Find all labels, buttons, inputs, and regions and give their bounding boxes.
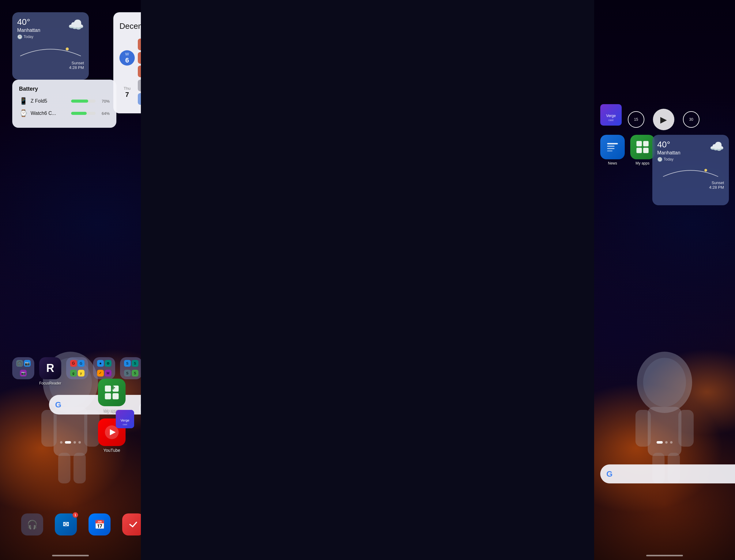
svg-point-7 bbox=[66, 47, 69, 51]
svg-rect-32 bbox=[636, 141, 642, 146]
svg-rect-22 bbox=[678, 410, 694, 447]
mini-icon-earbuds: 🎧 bbox=[16, 360, 23, 367]
weather-temp-right: 40° bbox=[657, 140, 680, 149]
news-label: News bbox=[608, 161, 617, 165]
calendar-day-row-thu7: Thu 7 bbox=[119, 80, 141, 105]
weather-city-right: Manhattan bbox=[657, 150, 680, 156]
weather-arc-right bbox=[657, 164, 724, 178]
cal-event-bar-1 bbox=[138, 39, 141, 50]
calendar-events-thu7 bbox=[138, 80, 141, 105]
battery-pct-fold5: 70% bbox=[99, 99, 110, 104]
bottom-bar-right bbox=[646, 555, 683, 556]
dock-todoist-icon bbox=[122, 513, 141, 535]
weather-cloud-icon-left: ☁️ bbox=[68, 17, 84, 32]
svg-text:cast: cast bbox=[608, 119, 614, 122]
cal-event-bar-thu-1 bbox=[138, 80, 141, 91]
svg-rect-4 bbox=[84, 410, 100, 447]
google-g-right: G bbox=[606, 469, 612, 479]
dot-right-2 bbox=[665, 441, 668, 444]
my-apps-icon-left[interactable]: My apps bbox=[98, 379, 126, 413]
mini-sam-1: S bbox=[124, 360, 131, 367]
weather-today-left: 🕐 Today bbox=[17, 34, 40, 39]
mini-icon-ig: 📷 bbox=[20, 370, 27, 376]
my-apps-icon-img bbox=[98, 379, 126, 406]
dock-calendar-icon: 📅 bbox=[89, 513, 111, 535]
app-icon-news-right[interactable]: News bbox=[600, 135, 625, 165]
focusreader-label: FocusReader bbox=[39, 381, 61, 385]
svg-text:Verge: Verge bbox=[121, 418, 130, 422]
svg-rect-11 bbox=[105, 386, 111, 392]
myapps-icon-right bbox=[630, 135, 655, 159]
svg-rect-20 bbox=[648, 407, 681, 456]
mini-icon-insta: 📷 bbox=[24, 360, 31, 367]
battery-watch-icon: ⌚ bbox=[19, 109, 28, 117]
skip-back-button-right[interactable]: 15 bbox=[628, 111, 644, 128]
outlook-badge: 1 bbox=[73, 512, 78, 518]
weather-cloud-right: ☁️ bbox=[710, 140, 724, 153]
dot-1 bbox=[60, 441, 63, 444]
folder-social[interactable]: G G g y bbox=[66, 357, 88, 379]
folder-samsung[interactable]: S S S S bbox=[120, 357, 141, 379]
svg-rect-13 bbox=[105, 393, 111, 399]
news-icon bbox=[600, 135, 625, 159]
battery-bar-fold5 bbox=[71, 100, 96, 103]
mini-sam-4: S bbox=[132, 370, 138, 376]
play-button-right[interactable]: ▶ bbox=[653, 109, 674, 130]
folder-earbuds[interactable]: 🎧 📷 📷 bbox=[12, 357, 34, 379]
weather-today-right: 🕐 Today bbox=[657, 157, 680, 162]
dock-todoist[interactable] bbox=[122, 513, 141, 535]
battery-fill-fold5 bbox=[71, 100, 88, 103]
dot-4 bbox=[78, 441, 81, 444]
svg-rect-21 bbox=[635, 410, 651, 447]
dot-right-1-active bbox=[657, 441, 663, 444]
podcast-thumbnail-left[interactable]: Verge cast bbox=[116, 410, 134, 428]
svg-point-36 bbox=[704, 169, 707, 172]
calendar-month: December bbox=[119, 21, 141, 31]
app-icon-focusreader[interactable]: R FocusReader bbox=[39, 357, 61, 385]
battery-device-name-fold5: Z Fold5 bbox=[31, 98, 68, 104]
mini-icon-goog: g bbox=[70, 370, 77, 376]
mini-prod-2: ⚙ bbox=[105, 360, 112, 367]
dock-outlook[interactable]: ✉ 1 bbox=[55, 513, 77, 535]
battery-title: Battery bbox=[19, 86, 110, 92]
calendar-widget: December + W 6 Thu 7 bbox=[113, 12, 141, 113]
battery-item-watch: ⌚ Watch6 C... 64% bbox=[19, 109, 110, 117]
calendar-day-circle-w6: W 6 bbox=[119, 50, 135, 66]
bottom-bar-left bbox=[52, 555, 89, 556]
phone-left: 40° Manhattan 🕐 Today ☁️ Sunset 4:28 PM … bbox=[0, 0, 141, 560]
podcast-thumbnail-right[interactable]: Verge cast bbox=[600, 104, 622, 126]
page-dots-left bbox=[60, 441, 81, 444]
dock-outlook-icon: ✉ 1 bbox=[55, 513, 77, 535]
svg-rect-35 bbox=[643, 148, 649, 153]
dock-earbuds[interactable]: 🎧 bbox=[21, 513, 43, 535]
google-g-left: G bbox=[55, 400, 61, 410]
battery-pct-watch: 64% bbox=[99, 111, 110, 116]
weather-sunset-left: Sunset 4:28 PM bbox=[17, 61, 84, 70]
weather-widget-left: 40° Manhattan 🕐 Today ☁️ Sunset 4:28 PM bbox=[12, 12, 89, 80]
search-bar-right[interactable]: G 🎤 ⬡ bbox=[600, 464, 735, 483]
dock-calendar[interactable]: 📅 bbox=[89, 513, 111, 535]
dot-right-3 bbox=[670, 441, 672, 444]
dock-earbuds-icon: 🎧 bbox=[21, 513, 43, 535]
folder-productivity[interactable]: ★ ⚙ ✓ M bbox=[93, 357, 115, 379]
phone-divider bbox=[141, 0, 367, 560]
mini-icon-y: y bbox=[78, 370, 85, 376]
app-icon-myapps-right[interactable]: My apps bbox=[630, 135, 655, 165]
calendar-header: December + bbox=[119, 18, 141, 34]
skip-fwd-button-right[interactable]: 30 bbox=[683, 111, 699, 128]
right-apps-top-row: News My apps bbox=[600, 135, 655, 165]
myapps-label-right: My apps bbox=[635, 161, 649, 165]
battery-bar-watch bbox=[71, 112, 96, 115]
play-icon-right: ▶ bbox=[660, 115, 667, 125]
youtube-label-left: YouTube bbox=[103, 448, 120, 453]
page-dots-right bbox=[657, 441, 672, 444]
weather-city-left: Manhattan bbox=[17, 28, 40, 33]
skip-fwd-label-right: 30 bbox=[689, 117, 693, 122]
mini-prod-4: M bbox=[105, 370, 112, 376]
svg-rect-33 bbox=[643, 141, 649, 146]
battery-fill-watch bbox=[71, 112, 87, 115]
svg-text:Verge: Verge bbox=[606, 114, 616, 118]
svg-rect-28 bbox=[607, 143, 618, 144]
mini-prod-1: ★ bbox=[97, 360, 104, 367]
cal-event-bar-3 bbox=[138, 66, 141, 77]
